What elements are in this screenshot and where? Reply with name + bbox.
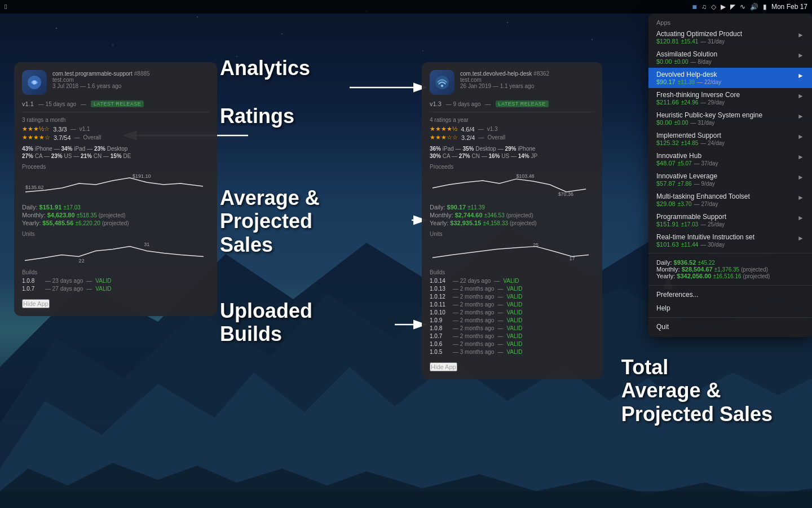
- dropdown-item-3-price: $211.66 ±24.96 — 29/day: [656, 99, 797, 106]
- app1-units: Units 31 22: [22, 231, 209, 265]
- app1-version-label: v1.1: [80, 126, 90, 132]
- dropdown-item-5[interactable]: Implemented Support $125.32 ±14.85 — 24/…: [648, 129, 812, 149]
- dropdown-item-8-price: $29.08 ±3.70 — 27/day: [656, 200, 797, 207]
- dropdown-item-6-arrow: ►: [797, 153, 804, 161]
- app1-ratings: 3 ratings a month ★★★½☆ 3.3/3 — v1.1 ★★★…: [22, 117, 209, 141]
- app2-info: com.test.devolved-help-desk #8362 test.c…: [460, 70, 594, 89]
- app1-rating1: ★★★½☆ 3.3/3 — v1.1: [22, 125, 209, 133]
- app-card-1: com.test.programmable-support #8885 test…: [14, 62, 217, 316]
- app2-units-chart: 25 17: [430, 239, 594, 265]
- dropdown-item-2[interactable]: Devolved Help-desk $90.17 ±11.39 — 22/da…: [648, 68, 812, 88]
- app1-date: 3 Jul 2018 — 1.6 years ago: [52, 83, 209, 89]
- dropdown-item-9-content: Programmable Support $151.91 ±17.03 — 25…: [656, 213, 797, 227]
- app-card-2: com.test.devolved-help-desk #8362 test.c…: [422, 62, 602, 379]
- app1-hide-btn[interactable]: Hide App: [22, 299, 50, 308]
- app2-hide-btn[interactable]: Hide App: [430, 362, 457, 371]
- dropdown-item-8-content: Multi-tasking Enhanced Toolset $29.08 ±3…: [656, 192, 797, 207]
- dropdown-item-8[interactable]: Multi-tasking Enhanced Toolset $29.08 ±3…: [648, 190, 812, 210]
- svg-point-19: [441, 85, 443, 87]
- menubar:  ■ ♫ ◇ ▶ ◤ ∿ 🔊 ▮ Mon Feb 17: [0, 0, 812, 14]
- dropdown-item-3[interactable]: Fresh-thinking Inverse Core $211.66 ±24.…: [648, 88, 812, 108]
- app2-build3: 1.0.12 — 2 months ago — VALID: [430, 294, 594, 300]
- dropdown-item-4-content: Heuristic Public-key System engine $0.00…: [656, 111, 797, 126]
- dropdown-item-4-arrow: ►: [797, 112, 804, 120]
- app2-header: com.test.devolved-help-desk #8362 test.c…: [430, 70, 594, 95]
- app2-build9: 1.0.6 — 2 months ago — VALID: [430, 341, 594, 347]
- dropdown-item-6[interactable]: Innovative Hub $48.07 ±5.07 — 37/day ►: [648, 149, 812, 169]
- app1-proceeds: Proceeds $191.10 $135.62 Daily: $151.91 …: [22, 164, 209, 226]
- app2-version-row: v1.3 — 9 days ago — LATEST RELEASE: [430, 100, 594, 112]
- app2-build5: 1.0.10 — 2 months ago — VALID: [430, 309, 594, 316]
- app2-build10: 1.0.5 — 3 months ago — VALID: [430, 349, 594, 355]
- app2-rating2: ★★★☆☆ 3.2/4 — Overall: [430, 134, 594, 141]
- dropdown-item-10-content: Real-time Intuitive Instruction set $101…: [656, 233, 797, 248]
- dropdown-item-10-price: $101.63 ±11.44 — 30/day: [656, 241, 797, 248]
- hdutil-icon: ▶: [721, 3, 726, 11]
- svg-point-13: [33, 81, 36, 84]
- app-menu-icon[interactable]: ■: [692, 2, 696, 11]
- dropdown-item-1[interactable]: Assimilated Solution $0.00 ±0.00 — 8/day…: [648, 47, 812, 68]
- dropdown-item-2-content: Devolved Help-desk $90.17 ±11.39 — 22/da…: [656, 71, 797, 85]
- app2-platform-row1: 36% iPad — 35% Desktop — 29% iPhone: [430, 146, 594, 152]
- app1-platforms: 43% iPhone — 34% iPad — 23% Desktop 27% …: [22, 146, 209, 159]
- dropdown-quit[interactable]: Quit: [648, 320, 812, 334]
- app1-latest-badge: LATEST RELEASE: [91, 100, 144, 107]
- total-daily: Daily: $936.52 ±45.22: [656, 259, 804, 266]
- dropdown-item-1-arrow: ►: [797, 51, 804, 59]
- app2-proceeds: Proceeds $103.48 $70.36 Daily: $90.17 ±1…: [430, 164, 594, 226]
- dropdown-item-5-name: Implemented Support: [656, 132, 797, 139]
- dropdown-item-0-content: Actuating Optimized Product $120.81 ±15.…: [656, 30, 797, 45]
- dropdown-item-2-price: $90.17 ±11.39 — 22/day: [656, 78, 797, 85]
- dropdown-item-2-name: Devolved Help-desk: [656, 71, 797, 78]
- dropdown-item-9-name: Programmable Support: [656, 213, 797, 221]
- svg-text:$103.48: $103.48: [516, 173, 534, 179]
- dropdown-menu: Apps Actuating Optimized Product $120.81…: [648, 14, 812, 337]
- dropdown-item-3-arrow: ►: [797, 92, 804, 100]
- app2-score1: 4.6/4: [461, 126, 474, 133]
- dropdown-item-1-name: Assimilated Solution: [656, 50, 797, 58]
- app2-platforms: 36% iPad — 35% Desktop — 29% iPhone 30% …: [430, 146, 594, 159]
- dropdown-item-1-content: Assimilated Solution $0.00 ±0.00 — 8/day: [656, 50, 797, 65]
- app2-url: test.com: [460, 77, 594, 83]
- dropdown-apps-label: Apps: [648, 17, 812, 27]
- dropdown-item-7[interactable]: Innovative Leverage $57.87 ±7.86 — 9/day…: [648, 169, 812, 190]
- app2-days-ago: — 9 days ago: [446, 101, 481, 107]
- dropdown-item-4-name: Heuristic Public-key System engine: [656, 111, 797, 119]
- dropdown-item-4[interactable]: Heuristic Public-key System engine $0.00…: [648, 108, 812, 129]
- dropdown-item-8-name: Multi-tasking Enhanced Toolset: [656, 192, 797, 200]
- dropdown-item-9-price: $151.91 ±17.03 — 25/day: [656, 221, 797, 227]
- app2-yearly: Yearly: $32,935.15 ±4,158.33 (projected): [430, 220, 594, 226]
- total-monthly: Monthly: $28,504.67 ±1,376.35 (projected…: [656, 266, 804, 273]
- dropdown-totals: Daily: $936.52 ±45.22 Monthly: $28,504.6…: [648, 256, 812, 283]
- app2-score2: 3.2/4: [461, 134, 475, 141]
- dropdown-item-10-name: Real-time Intuitive Instruction set: [656, 233, 797, 241]
- app1-geo-row: 27% CA — 23% US — 21% CN — 15% DE: [22, 153, 209, 159]
- dropdown-item-0-name: Actuating Optimized Product: [656, 30, 797, 38]
- apple-menu: : [5, 3, 7, 11]
- app1-stars1: ★★★½☆: [22, 125, 50, 133]
- app1-monthly: Monthly: $4,623.80 ±518.35 (projected): [22, 212, 209, 218]
- dropdown-item-0[interactable]: Actuating Optimized Product $120.81 ±15.…: [648, 27, 812, 47]
- airplay-icon: ◤: [730, 3, 735, 11]
- app2-units: Units 25 17: [430, 231, 594, 265]
- app1-build1: 1.0.8 — 23 days ago — VALID: [22, 278, 209, 284]
- dropdown-item-6-name: Innovative Hub: [656, 152, 797, 160]
- app1-icon: [22, 70, 47, 95]
- dropdown-item-3-content: Fresh-thinking Inverse Core $211.66 ±24.…: [656, 91, 797, 106]
- dropdown-divider-2: [648, 285, 812, 286]
- app1-rating2: ★★★★☆ 3.7/54 — Overall: [22, 134, 209, 141]
- wifi-icon: ∿: [740, 3, 745, 11]
- app2-monthly: Monthly: $2,744.60 ±346.53 (projected): [430, 212, 594, 218]
- app2-ratings-period: 4 ratings a year: [430, 117, 594, 123]
- dropdown-item-9[interactable]: Programmable Support $151.91 ±17.03 — 25…: [648, 210, 812, 230]
- app1-builds: Builds 1.0.8 — 23 days ago — VALID 1.0.7…: [22, 269, 209, 292]
- dropdown-item-7-content: Innovative Leverage $57.87 ±7.86 — 9/day: [656, 172, 797, 187]
- dropdown-item-5-price: $125.32 ±14.85 — 24/day: [656, 139, 797, 146]
- dropdown-item-10[interactable]: Real-time Intuitive Instruction set $101…: [648, 230, 812, 251]
- svg-text:$191.10: $191.10: [133, 173, 151, 179]
- app1-overall-label: Overall: [83, 134, 102, 141]
- dropdown-help[interactable]: Help: [648, 301, 812, 315]
- dropdown-item-8-arrow: ►: [797, 194, 804, 202]
- app2-stars2: ★★★☆☆: [430, 134, 458, 141]
- dropdown-preferences[interactable]: Preferences...: [648, 288, 812, 301]
